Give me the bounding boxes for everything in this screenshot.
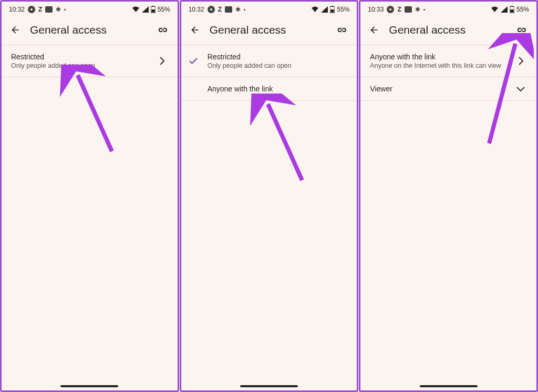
app-header: General access — [360, 16, 536, 45]
row-subtitle: Only people added can open — [208, 62, 348, 69]
back-button[interactable] — [189, 24, 201, 36]
battery-icon — [510, 6, 514, 13]
copy-link-button[interactable] — [335, 23, 349, 37]
status-app-icon: ✱ — [56, 6, 61, 13]
annotation-arrow — [49, 65, 122, 159]
row-subtitle: Only people added can open — [11, 62, 156, 69]
svg-line-7 — [268, 104, 302, 180]
svg-rect-5 — [332, 6, 333, 7]
chevron-down-icon — [516, 86, 525, 91]
chevron-right-icon — [518, 57, 523, 65]
svg-rect-10 — [510, 9, 513, 13]
link-icon — [336, 24, 348, 36]
back-button[interactable] — [368, 24, 380, 36]
status-z-icon: Z — [38, 6, 42, 13]
status-time: 10:33 — [368, 6, 384, 13]
option-restricted[interactable]: Restricted Only people added can open — [181, 45, 357, 77]
svg-rect-9 — [511, 6, 513, 7]
status-more-icon — [244, 9, 245, 11]
status-left: 10:33 Z ✱ — [368, 6, 425, 13]
nav-pill[interactable] — [420, 385, 478, 387]
app-header: General access — [181, 16, 357, 45]
status-more-icon — [423, 9, 425, 11]
wifi-icon — [132, 6, 140, 13]
arrow-back-icon — [10, 25, 20, 35]
svg-rect-6 — [331, 9, 334, 13]
signal-icon — [501, 6, 508, 13]
row-title: Anyone with the link — [208, 85, 348, 93]
link-icon — [515, 24, 528, 36]
check-icon — [189, 57, 198, 65]
page-title: General access — [30, 24, 156, 36]
status-message-icon — [405, 6, 412, 13]
app-header: General access — [2, 16, 178, 45]
status-message-icon — [225, 6, 232, 13]
status-z-icon: Z — [397, 6, 401, 13]
status-message-icon — [45, 6, 53, 13]
page-title: General access — [389, 24, 514, 36]
wifi-icon — [491, 6, 499, 13]
row-title: Viewer — [370, 85, 514, 93]
copy-link-button[interactable] — [514, 23, 529, 37]
status-time: 10:32 — [189, 6, 204, 13]
phone-panel-1: 10:32 Z ✱ 55% General access — [0, 0, 179, 392]
signal-icon — [321, 6, 328, 13]
row-title: Restricted — [208, 53, 348, 61]
page-title: General access — [210, 24, 335, 36]
status-dot-icon — [387, 6, 394, 13]
status-battery-text: 55% — [337, 6, 349, 13]
status-bar: 10:32 Z ✱ 55% — [181, 2, 357, 16]
battery-icon — [330, 6, 335, 13]
role-row[interactable]: Viewer — [360, 77, 536, 101]
row-subtitle: Anyone on the Internet with this link ca… — [370, 62, 514, 69]
row-title: Restricted — [11, 53, 156, 61]
status-dot-icon — [28, 6, 35, 13]
nav-pill[interactable] — [60, 385, 118, 387]
status-battery-text: 55% — [516, 6, 529, 13]
access-level-row[interactable]: Restricted Only people added can open — [2, 45, 178, 77]
status-left: 10:32 Z ✱ — [189, 6, 245, 13]
status-z-icon: Z — [218, 6, 222, 13]
status-time: 10:32 — [9, 6, 25, 13]
annotation-arrow — [239, 94, 313, 188]
status-dot-icon — [208, 6, 215, 13]
status-app-icon: ✱ — [415, 6, 420, 13]
wifi-icon — [311, 6, 319, 13]
signal-icon — [142, 6, 149, 13]
status-left: 10:32 Z ✱ — [9, 6, 66, 13]
battery-icon — [151, 6, 156, 13]
svg-line-3 — [78, 75, 112, 151]
arrow-back-icon — [369, 25, 379, 35]
status-right: 55% — [491, 6, 529, 13]
status-bar: 10:33 Z ✱ 55% — [360, 2, 536, 16]
status-right: 55% — [132, 6, 170, 13]
status-more-icon — [64, 9, 66, 11]
phone-panel-3: 10:33 Z ✱ 55% General access — [359, 0, 538, 392]
status-battery-text: 55% — [158, 6, 170, 13]
status-bar: 10:32 Z ✱ 55% — [2, 2, 178, 16]
access-level-row[interactable]: Anyone with the link Anyone on the Inter… — [360, 45, 536, 77]
status-app-icon: ✱ — [235, 6, 241, 13]
chevron-right-icon — [159, 57, 164, 65]
option-anyone-link[interactable]: Anyone with the link — [181, 77, 357, 101]
back-button[interactable] — [9, 24, 22, 36]
status-right: 55% — [311, 6, 349, 13]
nav-pill[interactable] — [240, 385, 298, 387]
link-icon — [157, 24, 169, 36]
svg-rect-2 — [151, 9, 154, 13]
svg-rect-1 — [152, 6, 154, 7]
arrow-back-icon — [190, 25, 200, 35]
row-title: Anyone with the link — [370, 53, 514, 61]
phone-panel-2: 10:32 Z ✱ 55% General access — [180, 0, 359, 392]
copy-link-button[interactable] — [156, 23, 170, 37]
